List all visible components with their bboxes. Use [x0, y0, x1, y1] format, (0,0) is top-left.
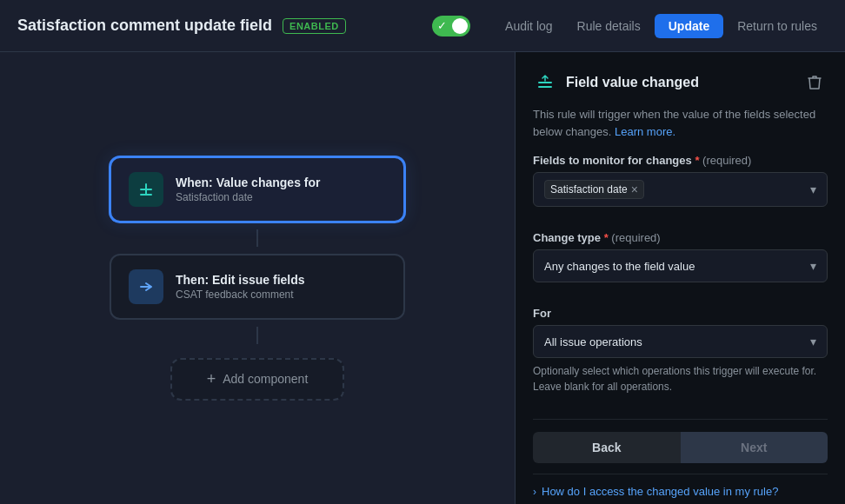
- fields-monitor-section: Fields to monitor for changes * (require…: [533, 154, 828, 219]
- add-component-button[interactable]: + Add component: [170, 358, 344, 401]
- svg-rect-1: [145, 183, 147, 196]
- panel-title: Field value changed: [566, 75, 699, 90]
- panel-footer: Back Next: [533, 419, 828, 463]
- required-star-2: *: [604, 231, 612, 244]
- update-button[interactable]: Update: [655, 14, 723, 38]
- main-content: When: Value changes for Satisfaction dat…: [0, 52, 845, 504]
- connector-line-2: [256, 327, 258, 344]
- delete-button[interactable]: [802, 70, 828, 96]
- then-card-content: Then: Edit issue fields CSAT feedback co…: [176, 273, 305, 301]
- add-component-label: Add component: [223, 372, 308, 386]
- for-hint-text: Optionally select which operations this …: [533, 363, 828, 395]
- svg-rect-3: [538, 82, 552, 83]
- when-card-icon: [129, 172, 163, 207]
- then-card-title: Then: Edit issue fields: [176, 273, 305, 287]
- svg-rect-2: [140, 194, 152, 196]
- fields-monitor-select[interactable]: Satisfaction date × ▾: [533, 172, 828, 207]
- toggle-check-icon: ✓: [437, 20, 447, 31]
- fields-required-text: (required): [702, 154, 751, 167]
- for-label: For: [533, 307, 828, 320]
- for-section: For All issue operations ▾ Optionally se…: [533, 307, 828, 407]
- for-value: All issue operations: [544, 335, 642, 348]
- page-title: Satisfaction comment update field: [17, 17, 272, 35]
- panel-header: Field value changed: [533, 70, 828, 96]
- help-link-text: How do I access the changed value in my …: [542, 485, 778, 498]
- chevron-down-icon-3: ▾: [810, 335, 816, 348]
- rule-details-link[interactable]: Rule details: [567, 14, 651, 38]
- toggle-switch[interactable]: ✓: [432, 16, 470, 36]
- help-link[interactable]: › How do I access the changed value in m…: [533, 474, 828, 498]
- then-card-subtitle: CSAT feedback comment: [176, 288, 305, 301]
- for-select[interactable]: All issue operations ▾: [533, 325, 828, 358]
- required-star-1: *: [695, 154, 702, 167]
- plus-icon: +: [207, 370, 216, 388]
- audit-log-link[interactable]: Audit log: [495, 14, 562, 38]
- change-type-value: Any changes to the field value: [544, 260, 695, 273]
- when-card-content: When: Value changes for Satisfaction dat…: [176, 176, 320, 203]
- fields-monitor-value: Satisfaction date ×: [544, 180, 644, 199]
- chevron-down-icon-1: ▾: [810, 182, 816, 196]
- header: Satisfaction comment update field ENABLE…: [0, 0, 845, 52]
- satisfaction-date-chip: Satisfaction date ×: [544, 180, 644, 199]
- right-panel: Field value changed This rule will trigg…: [515, 52, 845, 504]
- when-card[interactable]: When: Value changes for Satisfaction dat…: [110, 156, 405, 222]
- then-card[interactable]: Then: Edit issue fields CSAT feedback co…: [110, 254, 405, 320]
- flow-canvas: When: Value changes for Satisfaction dat…: [0, 52, 515, 504]
- then-card-icon: [129, 269, 163, 304]
- return-to-rules-link[interactable]: Return to rules: [727, 14, 828, 38]
- learn-more-link[interactable]: Learn more.: [615, 125, 675, 138]
- change-type-label: Change type * (required): [533, 231, 828, 244]
- svg-rect-4: [538, 86, 552, 88]
- chip-remove-icon[interactable]: ×: [631, 182, 638, 196]
- toggle-input[interactable]: ✓: [432, 16, 470, 36]
- enabled-badge: ENABLED: [283, 18, 346, 34]
- change-type-select[interactable]: Any changes to the field value ▾: [533, 249, 828, 282]
- connector-line: [256, 229, 258, 247]
- panel-description: This rule will trigger when the value of…: [533, 106, 828, 140]
- change-type-section: Change type * (required) Any changes to …: [533, 231, 828, 295]
- next-button[interactable]: Next: [681, 432, 828, 463]
- chevron-down-icon-2: ▾: [810, 259, 816, 273]
- change-type-required-text: (required): [611, 231, 660, 244]
- panel-header-left: Field value changed: [533, 70, 699, 95]
- nav-links: Audit log Rule details Update Return to …: [495, 14, 828, 38]
- when-card-subtitle: Satisfaction date: [176, 191, 320, 203]
- back-button[interactable]: Back: [533, 432, 681, 463]
- when-card-title: When: Value changes for: [176, 176, 320, 189]
- fields-monitor-label: Fields to monitor for changes * (require…: [533, 154, 828, 167]
- help-chevron-icon: ›: [533, 486, 536, 498]
- panel-field-value-icon: [533, 70, 557, 95]
